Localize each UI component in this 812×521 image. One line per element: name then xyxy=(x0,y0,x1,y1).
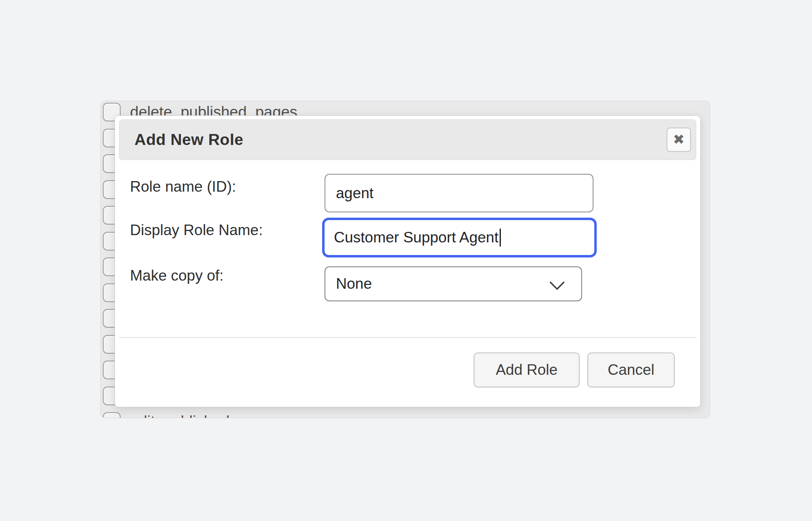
text-cursor xyxy=(500,229,501,246)
role-name-label: Role name (ID): xyxy=(130,177,236,196)
display-role-name-label: Display Role Name: xyxy=(130,221,263,240)
cancel-button[interactable]: Cancel xyxy=(587,352,675,387)
dialog-titlebar: Add New Role ✖ xyxy=(119,119,696,160)
display-role-name-value: Customer Support Agent xyxy=(334,229,498,246)
add-role-button[interactable]: Add Role xyxy=(474,352,580,387)
display-role-name-input[interactable]: Customer Support Agent xyxy=(322,218,597,257)
close-button[interactable]: ✖ xyxy=(667,128,691,152)
chevron-down-icon xyxy=(549,275,565,290)
dialog-separator xyxy=(119,337,696,338)
make-copy-value: None xyxy=(336,275,372,292)
dialog-title: Add New Role xyxy=(134,131,243,149)
page: delete_published_pages xyxy=(0,0,812,521)
permission-checkbox[interactable] xyxy=(103,412,121,418)
close-icon: ✖ xyxy=(673,132,685,146)
role-name-value: agent xyxy=(336,185,374,202)
add-new-role-dialog: Add New Role ✖ Role name (ID): agent Dis… xyxy=(115,115,701,407)
permission-row: edit_published_pages xyxy=(103,412,280,418)
make-copy-select[interactable]: None xyxy=(325,266,582,301)
role-name-input[interactable]: agent xyxy=(325,174,593,212)
make-copy-label: Make copy of: xyxy=(130,266,223,285)
permission-label: edit_published_pages xyxy=(130,412,280,418)
